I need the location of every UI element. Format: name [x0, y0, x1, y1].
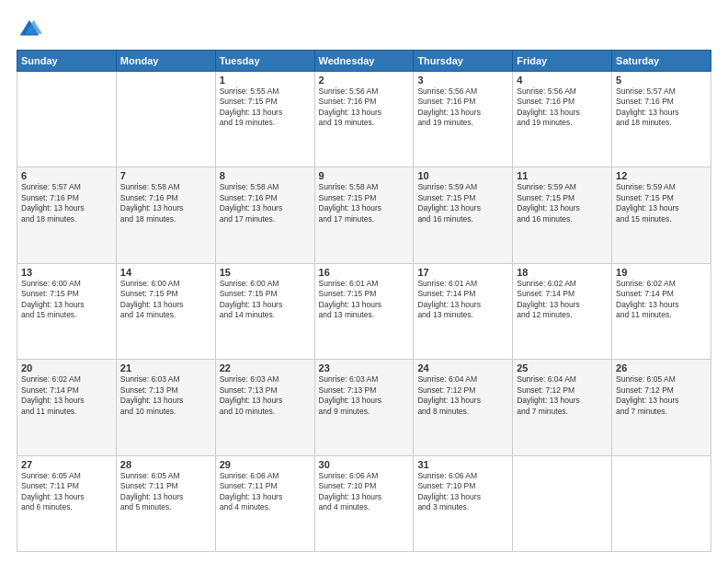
weekday-header-friday: Friday	[513, 51, 612, 72]
day-number: 24	[417, 362, 508, 373]
weekday-header-tuesday: Tuesday	[215, 51, 314, 72]
calendar-table: SundayMondayTuesdayWednesdayThursdayFrid…	[17, 50, 711, 552]
calendar-cell: 20Sunrise: 6:02 AM Sunset: 7:14 PM Dayli…	[17, 360, 117, 455]
day-info: Sunrise: 6:05 AM Sunset: 7:12 PM Dayligh…	[616, 374, 707, 417]
day-number: 27	[21, 459, 112, 470]
day-number: 12	[616, 170, 707, 181]
day-info: Sunrise: 6:06 AM Sunset: 7:10 PM Dayligh…	[417, 471, 508, 513]
day-number: 21	[120, 362, 211, 373]
day-info: Sunrise: 6:03 AM Sunset: 7:13 PM Dayligh…	[220, 374, 311, 417]
day-number: 2	[319, 75, 410, 86]
day-info: Sunrise: 6:00 AM Sunset: 7:15 PM Dayligh…	[120, 279, 211, 321]
day-info: Sunrise: 6:02 AM Sunset: 7:14 PM Dayligh…	[21, 374, 112, 417]
calendar-cell: 7Sunrise: 5:58 AM Sunset: 7:16 PM Daylig…	[116, 167, 215, 263]
calendar-cell: 25Sunrise: 6:04 AM Sunset: 7:12 PM Dayli…	[513, 360, 612, 455]
day-info: Sunrise: 6:02 AM Sunset: 7:14 PM Dayligh…	[616, 279, 707, 321]
day-number: 13	[21, 267, 112, 278]
calendar-cell: 13Sunrise: 6:00 AM Sunset: 7:15 PM Dayli…	[17, 263, 117, 359]
day-info: Sunrise: 6:05 AM Sunset: 7:11 PM Dayligh…	[120, 471, 211, 513]
day-info: Sunrise: 6:04 AM Sunset: 7:12 PM Dayligh…	[417, 374, 508, 417]
day-info: Sunrise: 6:00 AM Sunset: 7:15 PM Dayligh…	[220, 279, 311, 321]
day-number: 26	[616, 362, 707, 373]
calendar-cell: 14Sunrise: 6:00 AM Sunset: 7:15 PM Dayli…	[116, 263, 215, 359]
calendar-cell: 4Sunrise: 5:56 AM Sunset: 7:16 PM Daylig…	[513, 72, 612, 167]
day-info: Sunrise: 6:02 AM Sunset: 7:14 PM Dayligh…	[517, 279, 608, 321]
day-number: 4	[517, 75, 608, 86]
day-info: Sunrise: 5:58 AM Sunset: 7:16 PM Dayligh…	[120, 182, 211, 224]
calendar-cell: 19Sunrise: 6:02 AM Sunset: 7:14 PM Dayli…	[612, 263, 711, 359]
day-info: Sunrise: 5:58 AM Sunset: 7:15 PM Dayligh…	[319, 182, 410, 224]
calendar-cell: 3Sunrise: 5:56 AM Sunset: 7:16 PM Daylig…	[414, 72, 513, 167]
day-number: 18	[517, 267, 608, 278]
day-info: Sunrise: 6:06 AM Sunset: 7:10 PM Dayligh…	[319, 471, 410, 513]
week-row-3: 13Sunrise: 6:00 AM Sunset: 7:15 PM Dayli…	[17, 263, 711, 359]
day-info: Sunrise: 6:06 AM Sunset: 7:11 PM Dayligh…	[220, 471, 311, 513]
day-number: 8	[220, 170, 311, 181]
day-info: Sunrise: 5:58 AM Sunset: 7:16 PM Dayligh…	[220, 182, 311, 224]
calendar-cell: 6Sunrise: 5:57 AM Sunset: 7:16 PM Daylig…	[17, 167, 117, 263]
logo-icon	[17, 17, 42, 42]
day-number: 9	[319, 170, 410, 181]
day-info: Sunrise: 5:56 AM Sunset: 7:16 PM Dayligh…	[417, 86, 508, 129]
day-number: 10	[417, 170, 508, 181]
weekday-header-sunday: Sunday	[17, 51, 117, 72]
calendar-cell: 26Sunrise: 6:05 AM Sunset: 7:12 PM Dayli…	[612, 360, 711, 455]
week-row-2: 6Sunrise: 5:57 AM Sunset: 7:16 PM Daylig…	[17, 167, 711, 263]
day-info: Sunrise: 6:03 AM Sunset: 7:13 PM Dayligh…	[120, 374, 211, 417]
day-info: Sunrise: 5:59 AM Sunset: 7:15 PM Dayligh…	[417, 182, 508, 224]
day-number: 5	[616, 75, 707, 86]
weekday-header-monday: Monday	[116, 51, 215, 72]
week-row-4: 20Sunrise: 6:02 AM Sunset: 7:14 PM Dayli…	[17, 360, 711, 455]
day-info: Sunrise: 5:56 AM Sunset: 7:16 PM Dayligh…	[517, 86, 608, 129]
day-number: 14	[120, 267, 211, 278]
calendar-cell: 8Sunrise: 5:58 AM Sunset: 7:16 PM Daylig…	[215, 167, 314, 263]
day-info: Sunrise: 6:01 AM Sunset: 7:14 PM Dayligh…	[417, 279, 508, 321]
day-number: 17	[417, 267, 508, 278]
day-number: 7	[120, 170, 211, 181]
day-info: Sunrise: 6:04 AM Sunset: 7:12 PM Dayligh…	[517, 374, 608, 417]
calendar-cell: 9Sunrise: 5:58 AM Sunset: 7:15 PM Daylig…	[314, 167, 414, 263]
calendar-cell: 12Sunrise: 5:59 AM Sunset: 7:15 PM Dayli…	[612, 167, 711, 263]
day-number: 1	[220, 75, 311, 86]
calendar-cell: 2Sunrise: 5:56 AM Sunset: 7:16 PM Daylig…	[314, 72, 414, 167]
logo	[17, 17, 46, 42]
calendar-cell: 27Sunrise: 6:05 AM Sunset: 7:11 PM Dayli…	[17, 455, 117, 551]
calendar-cell: 31Sunrise: 6:06 AM Sunset: 7:10 PM Dayli…	[414, 455, 513, 551]
calendar-cell: 17Sunrise: 6:01 AM Sunset: 7:14 PM Dayli…	[414, 263, 513, 359]
day-info: Sunrise: 6:00 AM Sunset: 7:15 PM Dayligh…	[21, 279, 112, 321]
calendar-cell: 30Sunrise: 6:06 AM Sunset: 7:10 PM Dayli…	[314, 455, 414, 551]
day-number: 19	[616, 267, 707, 278]
header	[17, 17, 711, 42]
week-row-5: 27Sunrise: 6:05 AM Sunset: 7:11 PM Dayli…	[17, 455, 711, 551]
weekday-header-thursday: Thursday	[414, 51, 513, 72]
calendar-cell	[116, 72, 215, 167]
day-number: 28	[120, 459, 211, 470]
calendar-cell	[17, 72, 117, 167]
day-info: Sunrise: 5:57 AM Sunset: 7:16 PM Dayligh…	[616, 86, 707, 129]
day-info: Sunrise: 6:03 AM Sunset: 7:13 PM Dayligh…	[319, 374, 410, 417]
day-number: 15	[220, 267, 311, 278]
day-number: 31	[417, 459, 508, 470]
page: SundayMondayTuesdayWednesdayThursdayFrid…	[0, 0, 728, 563]
calendar-cell: 18Sunrise: 6:02 AM Sunset: 7:14 PM Dayli…	[513, 263, 612, 359]
calendar-cell: 5Sunrise: 5:57 AM Sunset: 7:16 PM Daylig…	[612, 72, 711, 167]
day-number: 22	[220, 362, 311, 373]
calendar-cell: 23Sunrise: 6:03 AM Sunset: 7:13 PM Dayli…	[314, 360, 414, 455]
weekday-header-wednesday: Wednesday	[314, 51, 414, 72]
day-number: 30	[319, 459, 410, 470]
calendar-cell: 22Sunrise: 6:03 AM Sunset: 7:13 PM Dayli…	[215, 360, 314, 455]
day-info: Sunrise: 5:56 AM Sunset: 7:16 PM Dayligh…	[319, 86, 410, 129]
day-number: 11	[517, 170, 608, 181]
day-number: 3	[417, 75, 508, 86]
calendar-cell: 16Sunrise: 6:01 AM Sunset: 7:15 PM Dayli…	[314, 263, 414, 359]
calendar-cell: 28Sunrise: 6:05 AM Sunset: 7:11 PM Dayli…	[116, 455, 215, 551]
day-info: Sunrise: 6:05 AM Sunset: 7:11 PM Dayligh…	[21, 471, 112, 513]
weekday-header-row: SundayMondayTuesdayWednesdayThursdayFrid…	[17, 51, 711, 72]
day-number: 20	[21, 362, 112, 373]
calendar-cell: 11Sunrise: 5:59 AM Sunset: 7:15 PM Dayli…	[513, 167, 612, 263]
calendar-cell	[513, 455, 612, 551]
day-info: Sunrise: 5:59 AM Sunset: 7:15 PM Dayligh…	[517, 182, 608, 224]
weekday-header-saturday: Saturday	[612, 51, 711, 72]
week-row-1: 1Sunrise: 5:55 AM Sunset: 7:15 PM Daylig…	[17, 72, 711, 167]
calendar-cell: 29Sunrise: 6:06 AM Sunset: 7:11 PM Dayli…	[215, 455, 314, 551]
